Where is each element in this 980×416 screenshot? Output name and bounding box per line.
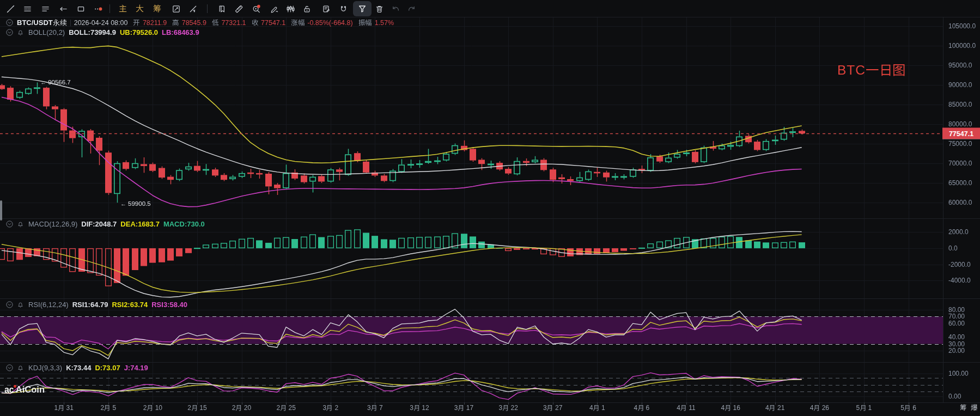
price-annotation-text: 90566.7	[48, 79, 71, 85]
price-tick-100000: 100000.0	[948, 42, 976, 50]
time-tick: 4 26	[810, 404, 829, 412]
toolbar-undo[interactable]	[389, 2, 402, 15]
ohlc-label-1	[172, 19, 179, 27]
toolbar-bookmark[interactable]	[215, 2, 228, 15]
pane-resize-handle[interactable]	[0, 200, 2, 221]
kdj-tick-100: 100.00	[948, 370, 969, 377]
macd-tick-0: 0.0	[948, 244, 958, 252]
toolbar-magnet[interactable]	[337, 2, 350, 15]
toolbar-divider	[109, 4, 110, 13]
time-tick: 4 16	[721, 404, 740, 412]
toolbar-rectangle[interactable]	[74, 2, 87, 15]
toolbar-horizontal-segment[interactable]	[21, 2, 34, 15]
left-arrow-icon: ←	[40, 79, 46, 85]
legend-kdj-alert-icon[interactable]	[16, 364, 25, 372]
last-price-badge: 77547.1	[942, 128, 980, 139]
macd-legend-row: MACD(12,26,9)DIF:2048.7DEA:1683.7MACD:73…	[5, 219, 205, 228]
kdj-tick-0: 0.00	[948, 393, 961, 400]
symbol-name[interactable]: BTC/USDT	[17, 19, 67, 27]
price-tick-90000: 90000.0	[948, 81, 972, 89]
ohlc-value-1: 78545.9	[182, 19, 206, 27]
legend-macd-collapse-icon[interactable]	[5, 220, 14, 228]
chart-area: 105000.0100000.095000.090000.085000.0800…	[0, 17, 980, 416]
toolbar-chips-button[interactable]	[153, 4, 164, 14]
legend-kdj-collapse-icon[interactable]	[5, 364, 14, 372]
time-tick: 2 25	[276, 404, 295, 412]
legend-macd-value-1: DEA:1683.7	[120, 220, 160, 228]
time-tick: 5 6	[900, 404, 916, 412]
price-annotation-text: 59900.5	[128, 200, 151, 207]
ohlc-value-4: -0.85%(-664.8)	[307, 19, 352, 27]
price-annotation: ←90566.7	[40, 79, 71, 85]
toolbar-trash[interactable]	[373, 2, 386, 15]
symbol-header-row: BTC/USDT2026-04-24 08:0078211.978545.977…	[5, 18, 394, 27]
price-tick-85000: 85000.0	[948, 101, 972, 108]
time-tick: 2 20	[232, 404, 251, 412]
aicoin-logo-dot	[14, 385, 16, 388]
toolbar-horizontal-ray[interactable]	[57, 2, 70, 15]
macd-tick--4000: -4000.0	[948, 277, 971, 284]
corner-tab-1[interactable]	[971, 404, 978, 412]
corner-tab-0[interactable]	[960, 404, 967, 412]
time-tick: 3 7	[367, 404, 383, 412]
price-tick-80000: 80000.0	[948, 120, 972, 128]
ohlc-value-5: 1.57%	[375, 19, 394, 27]
ohlc-label-3	[252, 19, 259, 27]
symbol-collapse-icon[interactable]	[5, 19, 14, 27]
legend-boll-value-1: UB:79526.0	[120, 28, 158, 36]
price-tick-65000: 65000.0	[948, 179, 972, 187]
drawing-toolbar	[0, 0, 980, 17]
legend-kdj-value-2: J:74.19	[124, 364, 148, 372]
legend-boll-name: BOLL(20,2)	[28, 28, 65, 36]
legend-boll-collapse-icon[interactable]	[5, 28, 14, 36]
legend-rsi-value-0: RSI1:64.79	[72, 301, 108, 309]
time-tick: 3 22	[498, 404, 518, 412]
ohlc-label-5	[358, 19, 372, 27]
legend-macd-alert-icon[interactable]	[16, 220, 25, 228]
ohlc-label-4	[291, 19, 305, 27]
toolbar-filter[interactable]	[353, 1, 372, 16]
legend-boll-value-0: BOLL:73994.9	[69, 28, 116, 36]
kdj-legend-row: KDJ(9,3,3)K:73.44D:73.07J:74.19	[5, 363, 148, 372]
legend-macd-value-2: MACD:730.0	[163, 220, 205, 228]
legend-rsi-alert-icon[interactable]	[16, 301, 25, 309]
legend-rsi-value-1: RSI2:63.74	[112, 301, 148, 309]
ohlc-label-0	[133, 19, 140, 27]
time-tick: 4 11	[677, 404, 695, 412]
toolbar-horizontal-line[interactable]	[39, 2, 52, 15]
left-arrow-icon: ←	[120, 200, 126, 207]
toolbar-zoom-search[interactable]	[249, 2, 263, 15]
toolbar-redo[interactable]	[405, 2, 418, 15]
legend-kdj-value-0: K:73.44	[66, 364, 91, 372]
legend-macd-name: MACD(12,26,9)	[28, 220, 77, 228]
chart-text-note[interactable]: BTC	[837, 63, 906, 78]
toolbar-divider	[207, 4, 208, 13]
time-tick: 2 10	[143, 404, 162, 412]
time-tick: 3 2	[322, 404, 338, 412]
legend-boll-alert-icon[interactable]	[16, 28, 25, 36]
toolbar-lock-open[interactable]	[300, 2, 313, 15]
toolbar-more-tools[interactable]	[92, 2, 105, 15]
toolbar-large-chart-button[interactable]	[136, 4, 147, 14]
toolbar-brush-pen[interactable]	[267, 2, 281, 15]
boll-legend-row: BOLL(20,2)BOLL:73994.9UB:79526.0LB:68463…	[5, 28, 199, 36]
toolbar-chart-edit[interactable]	[169, 2, 182, 15]
aicoin-logo-mark: ac	[4, 385, 14, 395]
ohlc-value-2: 77321.1	[221, 19, 246, 27]
candle-datetime: 2026-04-24 08:00	[74, 19, 128, 27]
rsi-legend-row: RSI(6,12,24)RSI1:64.79RSI2:63.74RSI3:58.…	[5, 300, 187, 309]
time-tick: 4 21	[765, 404, 784, 412]
toolbar-ruler[interactable]	[232, 2, 245, 15]
legend-rsi-value-2: RSI3:58.40	[151, 301, 187, 309]
toolbar-line-adjust[interactable]	[186, 2, 199, 15]
price-annotation: ←59900.5	[120, 200, 151, 207]
toolbar-order-note[interactable]	[319, 2, 332, 15]
toolbar-main-chart-button[interactable]	[119, 4, 130, 14]
toolbar-kline-pattern[interactable]	[284, 2, 297, 15]
chart-canvas[interactable]	[0, 17, 980, 416]
time-tick: 3 27	[543, 404, 562, 412]
aicoin-logo: ac AiCoin	[4, 384, 45, 395]
legend-rsi-collapse-icon[interactable]	[5, 301, 14, 309]
toolbar-trend-line[interactable]	[4, 2, 17, 15]
aicoin-logo-text: AiCoin	[16, 384, 45, 395]
